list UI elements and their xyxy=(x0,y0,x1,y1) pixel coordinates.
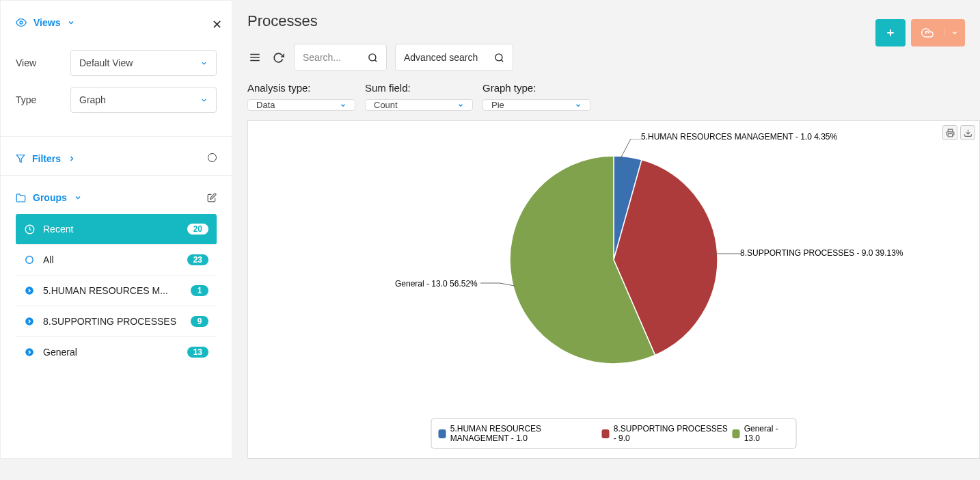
label-line xyxy=(617,139,643,166)
group-item-supporting[interactable]: 8.SUPPORTING PROCESSES 9 xyxy=(16,306,217,337)
menu-icon[interactable] xyxy=(247,50,262,65)
group-label: General xyxy=(43,347,187,358)
clock-icon xyxy=(24,224,35,235)
chevron-down-icon xyxy=(944,29,965,36)
eye-icon xyxy=(16,17,27,28)
chart-legend: 5.HUMAN RESOURCES MANAGEMENT - 1.0 8.SUP… xyxy=(431,418,797,449)
svg-point-12 xyxy=(369,53,376,60)
group-count-badge: 9 xyxy=(191,316,208,327)
chevron-down-icon xyxy=(457,102,464,109)
group-item-general[interactable]: General 13 xyxy=(16,337,217,367)
sum-field-label: Sum field: xyxy=(365,82,473,94)
svg-line-15 xyxy=(502,59,504,62)
svg-line-13 xyxy=(375,59,377,62)
type-value: Graph xyxy=(79,94,106,105)
view-select[interactable]: Default View xyxy=(70,50,217,76)
chevron-right-icon xyxy=(68,155,76,163)
group-item-recent[interactable]: Recent 20 xyxy=(16,214,217,245)
filter-icon xyxy=(16,154,25,163)
chart-label-hr: 5.HUMAN RESOURCES MANAGEMENT - 1.0 4.35% xyxy=(641,132,837,142)
group-count-badge: 20 xyxy=(187,224,208,235)
svg-point-3 xyxy=(26,256,33,264)
chevron-down-icon xyxy=(67,18,75,27)
type-label: Type xyxy=(16,94,70,105)
legend-label: General - 13.0 xyxy=(744,424,789,443)
graph-type-label: Graph type: xyxy=(482,82,590,94)
add-button[interactable] xyxy=(875,19,906,46)
pie-chart xyxy=(508,154,720,366)
group-count-badge: 23 xyxy=(187,254,208,265)
chart-controls: Analysis type: Data Sum field: Count Gra… xyxy=(247,82,980,111)
graph-type-select[interactable]: Pie xyxy=(482,99,590,111)
search-input[interactable] xyxy=(303,52,368,63)
arrow-circle-icon xyxy=(24,317,35,326)
cloud-refresh-icon xyxy=(911,27,944,39)
svg-point-5 xyxy=(25,317,33,325)
analysis-type-select[interactable]: Data xyxy=(247,99,355,111)
chevron-down-icon xyxy=(340,102,346,109)
sidebar: ✕ Views View Default View T xyxy=(0,0,232,459)
graph-type-value: Pie xyxy=(491,100,504,110)
svg-point-0 xyxy=(20,21,23,24)
view-label: View xyxy=(16,57,70,68)
action-buttons xyxy=(875,19,965,46)
legend-swatch xyxy=(601,429,609,438)
sum-field-value: Count xyxy=(374,100,398,110)
arrow-circle-icon xyxy=(24,286,35,295)
edit-icon[interactable] xyxy=(207,193,217,202)
main-content: Processes Advanced search xyxy=(232,0,980,459)
folder-icon xyxy=(16,193,26,203)
chevron-down-icon xyxy=(575,102,582,109)
toolbar: Advanced search xyxy=(247,44,980,71)
search-icon[interactable] xyxy=(368,53,378,63)
chart-label-supporting: 8.SUPPORTING PROCESSES - 9.0 39.13% xyxy=(740,248,903,258)
groups-header[interactable]: Groups xyxy=(1,176,232,209)
groups-label: Groups xyxy=(33,192,67,203)
legend-item[interactable]: 8.SUPPORTING PROCESSES - 9.0 xyxy=(601,424,728,443)
svg-marker-1 xyxy=(16,155,25,163)
type-select[interactable]: Graph xyxy=(70,87,217,113)
group-item-all[interactable]: All 23 xyxy=(16,245,217,276)
chevron-down-icon xyxy=(200,59,208,67)
analysis-type-label: Analysis type: xyxy=(247,82,355,94)
views-body: View Default View Type Graph xyxy=(1,50,232,137)
legend-item[interactable]: 5.HUMAN RESOURCES MANAGEMENT - 1.0 xyxy=(439,424,598,443)
groups-list: Recent 20 All 23 5.HUMAN RESOURCES M... … xyxy=(1,209,232,367)
advanced-search-button[interactable]: Advanced search xyxy=(395,44,513,71)
circle-icon xyxy=(24,255,35,265)
chevron-down-icon xyxy=(74,194,82,202)
search-box[interactable] xyxy=(294,44,387,71)
legend-item[interactable]: General - 13.0 xyxy=(733,424,789,443)
search-icon xyxy=(494,53,504,63)
chevron-down-icon xyxy=(200,96,208,104)
group-label: 8.SUPPORTING PROCESSES xyxy=(43,316,191,327)
views-label: Views xyxy=(33,17,60,28)
cloud-refresh-button[interactable] xyxy=(911,19,965,46)
group-count-badge: 13 xyxy=(187,347,208,358)
group-label: All xyxy=(43,254,187,265)
sum-field-select[interactable]: Count xyxy=(365,99,473,111)
chart-area: 5.HUMAN RESOURCES MANAGEMENT - 1.0 4.35%… xyxy=(252,125,975,412)
group-item-hr[interactable]: 5.HUMAN RESOURCES M... 1 xyxy=(16,276,217,306)
view-value: Default View xyxy=(79,57,133,68)
legend-swatch xyxy=(733,429,740,438)
views-header[interactable]: Views xyxy=(1,1,232,39)
svg-point-14 xyxy=(495,53,502,60)
group-label: 5.HUMAN RESOURCES M... xyxy=(43,285,191,296)
chart-panel: 5.HUMAN RESOURCES MANAGEMENT - 1.0 4.35%… xyxy=(247,120,980,459)
label-line xyxy=(711,251,742,256)
page-title: Processes xyxy=(247,12,980,30)
legend-swatch xyxy=(439,429,446,438)
label-line xyxy=(480,279,516,287)
refresh-icon[interactable] xyxy=(271,50,286,65)
filters-label: Filters xyxy=(32,153,61,164)
close-icon[interactable]: ✕ xyxy=(212,17,222,32)
svg-point-6 xyxy=(25,348,33,356)
svg-point-4 xyxy=(25,286,33,295)
circle-icon xyxy=(208,153,217,164)
group-count-badge: 1 xyxy=(191,285,208,296)
legend-label: 5.HUMAN RESOURCES MANAGEMENT - 1.0 xyxy=(450,424,598,443)
legend-label: 8.SUPPORTING PROCESSES - 9.0 xyxy=(614,424,729,443)
arrow-circle-icon xyxy=(24,347,35,357)
filters-header[interactable]: Filters xyxy=(1,137,232,176)
